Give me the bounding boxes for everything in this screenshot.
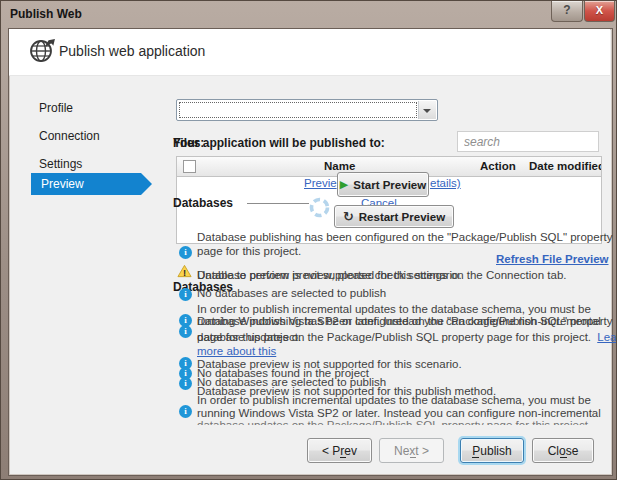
page-title: Publish web application [59, 43, 205, 59]
info-icon: i [179, 246, 192, 259]
message-overlay-configured-1: Database publishing has been configured … [197, 315, 612, 327]
close-button[interactable]: Close [532, 438, 594, 463]
info-icon: i [179, 288, 192, 301]
refresh-icon: ↻ [343, 209, 354, 224]
message-overlay-configured-2: page for this project. [197, 331, 301, 343]
column-header-action[interactable]: Action [480, 160, 516, 172]
publish-web-dialog: Publish Web ? X Publish web application … [0, 0, 617, 480]
start-preview-button[interactable]: ▶ Start Preview [337, 172, 429, 197]
column-header-date-modified[interactable]: Date modified [529, 160, 602, 172]
search-input[interactable] [457, 131, 599, 152]
sidebar-item-profile[interactable]: Profile [39, 101, 73, 115]
sidebar-item-connection[interactable]: Connection [39, 129, 100, 143]
help-icon: ? [563, 3, 570, 17]
message-no-db-selected: No databases are selected to publish [197, 287, 386, 299]
mnemonic-underline [340, 457, 346, 458]
more-about-this-link[interactable]: more about this [197, 345, 276, 357]
message-configured-1: Database publishing has been configured … [197, 231, 612, 243]
dropdown-button[interactable] [418, 101, 436, 119]
mnemonic-underline [410, 457, 416, 458]
mnemonic-underline [560, 457, 567, 458]
message-incremental-1: In order to publish incremental updates … [197, 303, 591, 315]
learn-more-link[interactable]: Learn [597, 331, 617, 343]
message-clipped-line: database updates on the Package/Publish … [197, 419, 591, 425]
next-button[interactable]: Next > [379, 438, 444, 463]
refresh-file-preview-link[interactable]: Refresh File Preview [496, 253, 609, 265]
mnemonic-underline [472, 457, 479, 458]
globe-publish-icon [28, 37, 55, 64]
loading-spinner-icon [308, 196, 331, 219]
close-button-label: Close [548, 444, 579, 458]
preview-details-link-right[interactable]: etails) [430, 177, 461, 189]
start-preview-label: Start Preview [353, 179, 426, 191]
restart-preview-label: Restart Preview [359, 211, 445, 223]
play-icon: ▶ [340, 178, 348, 191]
prev-button-label: < Prev [322, 444, 357, 458]
chevron-down-icon [423, 109, 431, 113]
message-configured-2: page for this project. [197, 245, 301, 257]
window-title: Publish Web [10, 7, 82, 21]
warning-icon: ! [177, 264, 192, 278]
sidebar-selected-arrow [141, 173, 152, 195]
dropdown-focus-rect [179, 102, 417, 118]
message-incremental2-2: running Windows Vista SP2 or later. Inst… [197, 407, 601, 419]
restart-preview-button[interactable]: ↻ Restart Preview [334, 205, 454, 228]
sidebar-item-preview-label: Preview [41, 177, 84, 191]
sidebar-item-settings[interactable]: Settings [39, 157, 82, 171]
profile-dropdown[interactable] [176, 99, 438, 121]
published-to-label: Your application will be published to: [173, 136, 385, 150]
help-button[interactable]: ? [551, 1, 583, 22]
info-icon: i [179, 377, 192, 390]
column-header-name[interactable]: Name [324, 160, 355, 172]
select-all-checkbox[interactable] [183, 160, 196, 173]
preview-details-link-left[interactable]: Previe [304, 177, 337, 189]
publish-button[interactable]: Publish [460, 438, 524, 463]
publish-button-label: Publish [472, 444, 511, 458]
close-icon: X [596, 4, 603, 16]
info-icon: i [179, 325, 192, 338]
message-overlay-connection: Unable to perform preview, please check … [197, 269, 567, 281]
databases-divider [247, 203, 309, 204]
message-incremental2-1: In order to publish incremental updates … [197, 394, 591, 406]
info-icon: i [179, 405, 192, 418]
prev-button[interactable]: < Prev [307, 438, 372, 463]
svg-text:!: ! [183, 268, 186, 278]
databases-heading-1: Databases [173, 196, 233, 210]
next-button-label: Next > [394, 444, 429, 458]
window-close-button[interactable]: X [584, 1, 615, 22]
